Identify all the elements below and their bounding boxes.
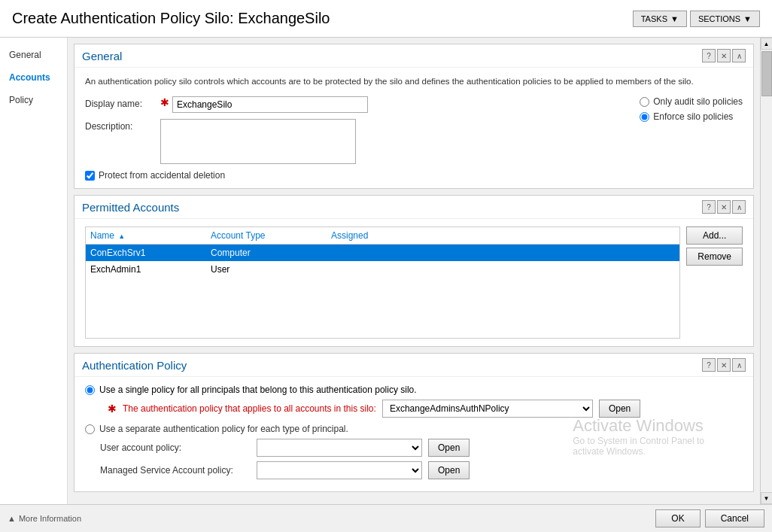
sections-dropdown-icon: ▼ [743, 14, 752, 23]
scrollbar[interactable]: ▲ ▼ [760, 38, 772, 504]
name-sort-arrow: ▲ [118, 233, 125, 240]
general-help-icon[interactable]: ? [702, 49, 716, 62]
policy-required-star: ✱ [108, 403, 117, 415]
description-input[interactable] [160, 119, 356, 164]
protect-checkbox[interactable] [85, 171, 95, 181]
permitted-section-icons: ? ✕ ∧ [702, 200, 746, 214]
enforce-radio-label: Enforce silo policies [653, 111, 733, 122]
user-policy-open-button[interactable]: Open [428, 439, 470, 457]
permitted-section-title: Permitted Accounts [82, 201, 179, 214]
title-bar-buttons: TASKS ▼ SECTIONS ▼ [633, 11, 760, 27]
permitted-section-body: Name ▲ Account Type Assigned [74, 219, 753, 346]
auth-collapse-icon[interactable]: ∧ [732, 358, 746, 372]
remove-button[interactable]: Remove [686, 248, 743, 266]
auth-policy-section-body: Use a single policy for all principals t… [74, 377, 753, 491]
policy-dropdown-row: ✱ The authentication policy that applies… [108, 400, 743, 418]
more-info-label: More Information [19, 514, 81, 523]
permitted-help-icon[interactable]: ? [702, 200, 716, 214]
scroll-down-arrow[interactable]: ▼ [761, 492, 773, 504]
table-row[interactable]: ConExchSrv1 Computer [86, 245, 679, 261]
policy-dropdown[interactable]: ExchangeAdminsAuthNPolicy [382, 400, 593, 418]
policy-sub-text: The authentication policy that applies t… [123, 403, 376, 414]
row2-name: ExchAdmin1 [90, 264, 211, 275]
separate-policy-radio[interactable] [85, 424, 95, 434]
separate-policy-label: Use a separate authentication policy for… [99, 424, 348, 434]
managed-service-open-button[interactable]: Open [428, 461, 470, 479]
row2-account-type: User [211, 264, 331, 275]
title-bar: Create Authentication Policy Silo: Excha… [0, 0, 772, 38]
bottom-bar: ▲ More Information OK Cancel [0, 504, 772, 532]
protect-checkbox-row: Protect from accidental deletion [85, 170, 609, 181]
policy-open-button[interactable]: Open [599, 400, 640, 418]
general-section-title: General [82, 50, 122, 62]
user-account-policy-row: User account policy: Open [100, 439, 743, 457]
account-type-column-header[interactable]: Account Type [211, 230, 331, 241]
single-policy-radio[interactable] [85, 385, 95, 395]
table-row[interactable]: ExchAdmin1 User [86, 261, 679, 278]
separate-policy-option: Use a separate authentication policy for… [85, 424, 743, 434]
display-name-label: Display name: [85, 96, 160, 109]
audit-radio[interactable] [640, 97, 649, 107]
general-close-icon[interactable]: ✕ [717, 49, 731, 62]
general-collapse-icon[interactable]: ∧ [732, 49, 746, 62]
auth-policy-section-icons: ? ✕ ∧ [702, 358, 746, 372]
add-button[interactable]: Add... [686, 226, 743, 245]
single-policy-label: Use a single policy for all principals t… [99, 385, 417, 395]
single-policy-option: Use a single policy for all principals t… [85, 385, 743, 395]
row2-assigned [331, 264, 675, 275]
tasks-button[interactable]: TASKS ▼ [633, 11, 687, 27]
ok-button[interactable]: OK [655, 509, 700, 527]
name-column-header[interactable]: Name ▲ [90, 230, 211, 241]
general-section-body: An authentication policy silo controls w… [74, 68, 753, 188]
row1-account-type: Computer [211, 248, 331, 258]
content-area: General ? ✕ ∧ An authentication policy s… [68, 38, 760, 504]
policy-radio-group: Only audit silo policies Enforce silo po… [640, 96, 743, 181]
permitted-layout: Name ▲ Account Type Assigned [85, 226, 743, 339]
row1-assigned [331, 248, 675, 258]
scroll-up-arrow[interactable]: ▲ [761, 38, 773, 50]
auth-policy-section-header: Authentication Policy ? ✕ ∧ [74, 354, 753, 377]
row1-name: ConExchSrv1 [90, 248, 211, 258]
audit-radio-row: Only audit silo policies [640, 96, 743, 107]
permitted-accounts-section: Permitted Accounts ? ✕ ∧ Name ▲ [74, 195, 754, 347]
description-label: Description: [85, 119, 160, 132]
table-header: Name ▲ Account Type Assigned [86, 227, 679, 245]
auth-help-icon[interactable]: ? [702, 358, 716, 372]
enforce-radio[interactable] [640, 112, 649, 122]
display-name-row: Display name: ✱ [85, 96, 609, 113]
permitted-close-icon[interactable]: ✕ [717, 200, 731, 214]
auth-policy-section-title: Authentication Policy [82, 359, 187, 372]
permitted-collapse-icon[interactable]: ∧ [732, 200, 746, 214]
protect-label: Protect from accidental deletion [99, 170, 225, 181]
permitted-section-header: Permitted Accounts ? ✕ ∧ [74, 196, 753, 219]
description-row: Description: [85, 119, 609, 164]
sections-button[interactable]: SECTIONS ▼ [690, 11, 760, 27]
dialog-title: Create Authentication Policy Silo: Excha… [12, 10, 330, 27]
general-section-icons: ? ✕ ∧ [702, 49, 746, 62]
accounts-table: Name ▲ Account Type Assigned [85, 226, 680, 339]
sidebar-item-policy[interactable]: Policy [0, 89, 67, 111]
auth-policy-section: Authentication Policy ? ✕ ∧ Use a single… [74, 353, 754, 492]
permitted-buttons: Add... Remove [686, 226, 743, 339]
general-section-header: General ? ✕ ∧ [74, 44, 753, 68]
user-policy-dropdown[interactable] [257, 439, 422, 457]
assigned-column-header[interactable]: Assigned [331, 230, 675, 241]
general-info-text: An authentication policy silo controls w… [85, 75, 743, 87]
managed-service-dropdown[interactable] [257, 461, 422, 479]
chevron-up-icon: ▲ [8, 514, 16, 523]
display-name-required-star: ✱ [160, 96, 169, 108]
sidebar-item-accounts[interactable]: Accounts [0, 66, 67, 89]
sidebar: General Accounts Policy [0, 38, 68, 504]
auth-close-icon[interactable]: ✕ [717, 358, 731, 372]
user-policy-label: User account policy: [100, 442, 251, 453]
enforce-radio-row: Enforce silo policies [640, 111, 743, 122]
more-info-link[interactable]: ▲ More Information [8, 514, 81, 523]
managed-service-label: Managed Service Account policy: [100, 465, 251, 476]
display-name-input[interactable] [172, 96, 368, 113]
managed-service-policy-row: Managed Service Account policy: Open [100, 461, 743, 479]
tasks-dropdown-icon: ▼ [670, 14, 679, 23]
scroll-thumb[interactable] [761, 51, 772, 96]
cancel-button[interactable]: Cancel [705, 509, 764, 527]
bottom-buttons: OK Cancel [655, 509, 764, 527]
sidebar-item-general[interactable]: General [0, 44, 67, 66]
